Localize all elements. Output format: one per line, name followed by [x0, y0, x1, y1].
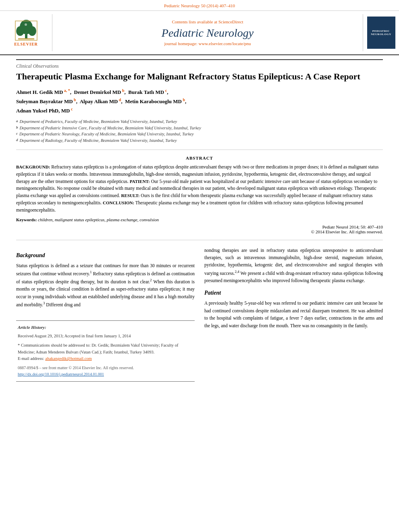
journal-reference: Pediatric Neurology 50 (2014) 407–410 [164, 3, 235, 8]
sciencedirect-link: Contents lists available at ScienceDirec… [172, 19, 243, 24]
center-area: Contents lists available at ScienceDirec… [52, 14, 363, 51]
keywords-text: children, malignant status epilepticus, … [38, 217, 159, 222]
author1-sup: a, * [63, 88, 70, 93]
email-link[interactable]: ahakangedik@hotmail.com [45, 356, 92, 361]
abstract-patient-label: PATIENT: [130, 179, 150, 184]
abstract-result-label: RESULT: [121, 193, 140, 198]
author4-sup: b [73, 98, 76, 102]
right-paragraph-1: nondrug therapies are used in refractory… [204, 247, 383, 285]
author2-name: Demet Demirkol MD [74, 89, 121, 95]
abstract-section: ABSTRACT BACKGROUND: Refractory status e… [16, 156, 383, 240]
author7-name: Adnan Yuksel PhD, MD [16, 108, 70, 114]
article-email: E-mail address: ahakangedik@hotmail.com [18, 355, 193, 362]
keywords-line: Keywords: children, malignant status epi… [16, 217, 383, 222]
author6-name: Metin Karabocuoglu MD [125, 98, 182, 104]
patient-paragraph: A previously healthy 5-year-old boy was … [204, 299, 383, 329]
patient-heading: Patient [204, 290, 383, 296]
keywords-label: Keywords: [16, 217, 37, 222]
abstract-conclusion-label: CONCLUSION: [103, 200, 134, 205]
doi-link: http://dx.doi.org/10.1016/j.pediatrneuro… [18, 371, 193, 378]
elsevier-text: ELSEVIER [14, 42, 38, 46]
journal-title: Pediatric Neurology [162, 27, 254, 39]
badge-area: PEDIATRIC NEUROLOGY [363, 14, 399, 51]
journal-header: ELSEVIER Contents lists available at Sci… [0, 11, 399, 55]
abstract-body: BACKGROUND: Refractory status epilepticu… [16, 164, 383, 214]
issn-line: 0887-8994/$ – see front matter © 2014 El… [18, 365, 193, 371]
journal-homepage: journal homepage: www.elsevier.com/locat… [164, 41, 251, 46]
author6-sup: b [182, 98, 185, 102]
right-sup1: 2,4 [235, 270, 239, 274]
background-heading: Background [16, 252, 195, 259]
author7-sup: c [70, 107, 73, 111]
svg-point-5 [25, 23, 27, 26]
journal-badge: PEDIATRIC NEUROLOGY [367, 17, 395, 49]
citation-ref: Pediatr Neurol 2014; 50: 407–410 © 2014 … [16, 224, 383, 234]
abstract-title: ABSTRACT [16, 156, 383, 160]
author4-name: Suleyman Bayraktar MD [16, 98, 73, 104]
bg-text-4: Different drug and [45, 302, 80, 307]
right-column: nondrug therapies are used in refractory… [204, 247, 383, 382]
author2-sup: b [121, 88, 125, 93]
author5-name: Alpay Alkan MD [80, 98, 118, 104]
article-title: Therapeutic Plasma Exchange for Malignan… [16, 71, 383, 83]
top-header: Pediatric Neurology 50 (2014) 407–410 [0, 0, 399, 11]
main-content: Clinical Observations Therapeutic Plasma… [0, 55, 399, 390]
cite-line2: © 2014 Elsevier Inc. All rights reserved… [16, 229, 383, 234]
affiliation-a: a Department of Pediatrics, Faculty of M… [16, 118, 383, 125]
abstract-background-label: BACKGROUND: [16, 164, 50, 169]
cite-line1: Pediatr Neurol 2014; 50: 407–410 [16, 224, 383, 229]
affiliation-b: b Department of Pediatric Intensive Care… [16, 125, 383, 131]
background-paragraph: Status epilepticus is defined as a seizu… [16, 262, 195, 309]
article-info-box: Article History: Received August 29, 201… [16, 320, 195, 382]
section-type: Clinical Observations [16, 59, 383, 69]
author1-name: Ahmet H. Gedik MD [16, 89, 63, 95]
body-columns: Background Status epilepticus is defined… [16, 247, 383, 382]
authors: Ahmet H. Gedik MD a, *, Demet Demirkol M… [16, 87, 383, 115]
article-correspondence: * Communications should be addressed to:… [18, 342, 193, 356]
affiliation-d: d Department of Radiology, Faculty of Me… [16, 137, 383, 144]
author5-sup: d [118, 98, 121, 102]
author3-sup: c [164, 88, 167, 93]
logo-area: ELSEVIER [0, 14, 52, 51]
elsevier-logo-icon [8, 19, 44, 41]
article-history-title: Article History: [18, 324, 193, 331]
affiliation-c: c Department of Pediatric Neurology, Fac… [16, 131, 383, 137]
left-column: Background Status epilepticus is defined… [16, 247, 195, 382]
svg-rect-4 [18, 38, 34, 39]
svg-point-2 [16, 26, 24, 36]
author3-name: Burak Tatlı MD [128, 89, 164, 95]
svg-point-3 [28, 26, 36, 36]
affiliations: a Department of Pediatrics, Faculty of M… [16, 118, 383, 150]
article-received: Received August 29, 2013; Accepted in fi… [18, 333, 193, 340]
